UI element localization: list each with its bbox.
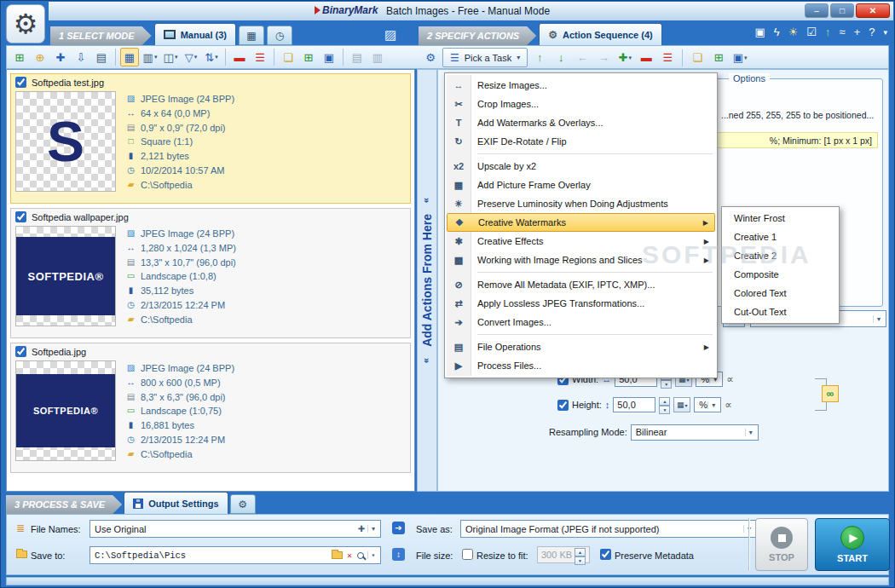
resampling-combo[interactable]: Bilinear▾ [631, 424, 759, 441]
tab-process-save[interactable]: 3 PROCESS & SAVE [6, 495, 122, 514]
tab-select-mode[interactable]: 1 SELECT MODE [50, 26, 152, 45]
menu-item-creative-effects[interactable]: ✱Creative Effects [447, 232, 715, 251]
tab-gallery[interactable]: ▦ [239, 26, 264, 45]
export-list-button[interactable]: ⊞ [299, 48, 318, 66]
load-sequence-button[interactable]: ❏ [688, 49, 707, 67]
menu-item-upscale[interactable]: x2Upscale by x2 [447, 157, 715, 176]
add-folder-button[interactable]: ⊕ [31, 48, 49, 66]
menu-item-convert[interactable]: ➔Convert Images... [447, 313, 715, 331]
magnifier-icon[interactable] [357, 552, 364, 559]
add-images-button[interactable]: ⊞ [10, 48, 29, 66]
start-button[interactable]: ▶ START [815, 518, 890, 571]
tab-history[interactable]: ◷ [267, 26, 292, 45]
pick-a-task-button[interactable]: ☰Pick a Task▾ [442, 48, 528, 67]
sequence-settings-icon[interactable]: ⚙ [421, 49, 440, 67]
preserve-metadata-checkbox[interactable] [600, 549, 611, 560]
tips-bulb-icon[interactable]: ☀ [788, 26, 799, 38]
add-url-button[interactable]: ✚ [51, 48, 70, 66]
clear-list-button[interactable]: ☰ [251, 48, 269, 66]
tab-manual[interactable]: Manual (3) [154, 23, 236, 45]
menu-item-preserve-luminosity[interactable]: ☀Preserve Luminosity when Doing Adjustme… [447, 194, 715, 213]
update-icon[interactable]: ↑ [825, 26, 831, 38]
file-item[interactable]: Softpedia wallpaper.jpg SOFTPEDIA® JPEG … [10, 208, 411, 338]
menu-item-process-files[interactable]: ▶Process Files... [447, 356, 715, 375]
tab-specify-actions[interactable]: 2 SPECIFY ACTIONS [419, 26, 536, 45]
save-list-button[interactable]: ▣ [320, 48, 338, 66]
paste-button[interactable]: ▤ [92, 48, 111, 66]
stop-button[interactable]: STOP [755, 518, 808, 571]
close-button[interactable]: ✕ [856, 3, 890, 18]
add-icon[interactable]: + [854, 26, 861, 38]
more-caret-icon[interactable]: ▾ [883, 28, 887, 37]
maximize-button[interactable]: □ [830, 3, 854, 18]
submenu-item-creative-2[interactable]: Creative 2 [724, 246, 837, 265]
menu-item-crop[interactable]: ✂Crop Images... [447, 95, 715, 113]
minimize-button[interactable]: – [805, 3, 829, 18]
submenu-item-creative-1[interactable]: Creative 1 [724, 228, 837, 246]
menu-item-picture-frame[interactable]: ▦Add Picture Frame Overlay [447, 176, 715, 194]
menu-item-watermarks[interactable]: TAdd Watermarks & Overlays... [447, 113, 715, 132]
move-down-button[interactable]: ↓ [551, 49, 570, 67]
save-sequence-dropdown[interactable]: ▣▾ [730, 49, 749, 67]
menu-item-regions-slices[interactable]: ▩Working with Image Regions and Slices [447, 251, 715, 269]
help-icon[interactable]: ? [869, 26, 875, 38]
sort-dropdown[interactable]: ⇅▾ [202, 48, 221, 66]
copy-path-button[interactable]: ▤ [348, 48, 367, 66]
connect-signal-icon[interactable]: ≈ [840, 26, 846, 38]
view-mode-dropdown[interactable]: ▥▾ [141, 48, 159, 66]
file-checkbox[interactable] [15, 77, 26, 88]
filter-dropdown[interactable]: ▽▾ [182, 48, 200, 66]
tab-output-settings[interactable]: Output Settings [124, 492, 228, 514]
file-thumbnail[interactable]: SOFTPEDIA® [15, 226, 116, 326]
remove-action-button[interactable]: ▬ [637, 49, 655, 67]
menu-item-creative-watermarks[interactable]: ❖Creative Watermarks [447, 213, 715, 232]
orientation-dropdown[interactable]: ◫▾ [161, 48, 180, 66]
clear-icon[interactable]: ✕ [345, 551, 354, 561]
submenu-item-composite[interactable]: Composite [724, 265, 837, 284]
preview-image-icon[interactable]: ▨ [384, 27, 396, 43]
height-input[interactable]: 50,0 [613, 397, 655, 412]
paste-path-button[interactable]: ▥ [368, 48, 387, 66]
file-thumbnail[interactable]: SOFTPEDIA® [15, 360, 116, 461]
size-spinner[interactable]: ▲▼ [575, 548, 586, 562]
file-item[interactable]: Softpedia.jpg SOFTPEDIA® JPEG Image (24 … [10, 343, 411, 473]
undo-button[interactable]: ← [573, 49, 592, 67]
submenu-item-winter-frost[interactable]: Winter Frost [724, 209, 837, 228]
menu-item-remove-metadata[interactable]: ⊘Remove All Metadata (EXIF, IPTC, XMP)..… [447, 275, 715, 294]
add-icon[interactable]: ✚ [355, 524, 367, 533]
submenu-item-colored-text[interactable]: Colored Text [724, 284, 837, 303]
menu-item-lossless-jpeg[interactable]: ⇄Apply Lossless JPEG Transformations... [447, 294, 715, 313]
resize-to-fit-checkbox[interactable] [462, 549, 473, 560]
add-actions-strip[interactable]: » Add Actions From Here » [417, 69, 437, 492]
clear-actions-button[interactable]: ☰ [658, 49, 677, 67]
height-unit-combo[interactable]: %▾ [694, 397, 721, 412]
tab-action-sequence[interactable]: ⚙Action Sequence (4) [539, 23, 662, 45]
height-spinner[interactable]: ▲▼ [659, 397, 670, 412]
import-button[interactable]: ⇩ [72, 48, 90, 66]
file-checkbox[interactable] [15, 211, 26, 222]
file-checkbox[interactable] [15, 346, 26, 357]
submenu-item-cut-out-text[interactable]: Cut-Out Text [724, 303, 837, 321]
aspect-lock-icon[interactable]: ∞ [822, 385, 839, 402]
export-panel-icon[interactable]: ▣ [755, 26, 765, 38]
tab-advanced-settings[interactable]: ⚙ [230, 494, 256, 514]
height-calc-button[interactable]: ▦▾ [673, 397, 690, 412]
height-checkbox[interactable] [557, 400, 569, 411]
add-action-dropdown[interactable]: ✚▾ [615, 49, 634, 67]
open-folder-button[interactable]: ❏ [279, 48, 297, 66]
remove-item-button[interactable]: ▬ [230, 48, 249, 66]
file-item[interactable]: Softpedia test.jpg S JPEG Image (24 BPP)… [10, 73, 411, 204]
browse-folder-icon[interactable] [332, 551, 343, 559]
import-sequence-button[interactable]: ⊞ [709, 49, 728, 67]
file-thumbnail[interactable]: S [15, 91, 116, 192]
size-limit-input[interactable]: 300 KB ▲▼ [537, 546, 590, 563]
menu-item-exif-derotate[interactable]: ↻EXIF De-Rotate / Flip [447, 132, 715, 151]
task-list-icon[interactable]: ☑ [806, 26, 817, 38]
redo-button[interactable]: → [594, 49, 613, 67]
grid-view-button[interactable]: ▦ [120, 48, 139, 66]
file-names-combo[interactable]: Use Original ✚ ▾ [90, 520, 381, 538]
save-as-combo[interactable]: Original Image Format (JPEG if not suppo… [460, 520, 757, 538]
move-up-button[interactable]: ↑ [530, 49, 549, 67]
plugin-icon[interactable]: ϟ [774, 26, 780, 38]
menu-item-resize[interactable]: ↔Resize Images... [447, 76, 715, 95]
